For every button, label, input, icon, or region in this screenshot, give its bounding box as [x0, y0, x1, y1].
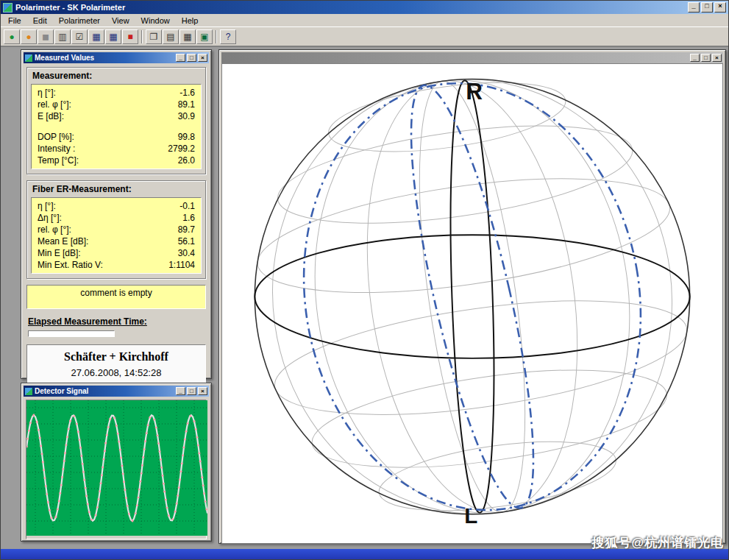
- value-row: Mean E [dB]:56.1: [35, 235, 198, 247]
- chart-icon: ▥: [58, 32, 66, 41]
- close-button[interactable]: ×: [198, 54, 207, 62]
- window-grid-icon: ▦: [183, 32, 191, 41]
- detector-signal-title: Detector Signal: [35, 387, 174, 395]
- maximize-button[interactable]: □: [701, 54, 711, 62]
- help-button[interactable]: ?: [220, 29, 236, 44]
- chart-button[interactable]: ▥: [54, 29, 71, 44]
- poincare-sphere-titlebar[interactable]: _ □ ×: [221, 52, 723, 63]
- value-row: E [dB]:30.9: [35, 110, 198, 122]
- detector-signal-titlebar[interactable]: Detector Signal _ □ ×: [24, 386, 209, 397]
- poincare-sphere: R L: [222, 64, 722, 540]
- minimize-button[interactable]: _: [176, 54, 185, 62]
- acquire-start-button[interactable]: ●: [4, 29, 20, 44]
- value-row: η [°]:-0.1: [35, 200, 198, 212]
- save-data-button[interactable]: ▦: [88, 29, 104, 44]
- menu-item-window[interactable]: Window: [135, 15, 176, 26]
- window-cascade-button[interactable]: ❐: [146, 29, 162, 44]
- save-config-icon: ▦: [109, 32, 117, 41]
- measurement-heading: Measurement:: [32, 71, 202, 81]
- value-row: Min E [dB]:30.4: [35, 247, 198, 259]
- window-icon: [25, 54, 32, 62]
- row-gap: [35, 122, 198, 131]
- window-controls: _ □ ×: [176, 387, 207, 395]
- maximize-button[interactable]: □: [187, 54, 196, 62]
- pole-label-right-circular: R: [466, 78, 483, 104]
- title-bar[interactable]: Polarimeter - SK Polarimeter _ □ ×: [1, 1, 728, 14]
- window-grid-button[interactable]: ▦: [179, 29, 196, 44]
- value-number: -1.6: [179, 87, 195, 99]
- window-cascade-icon: ❐: [150, 32, 158, 41]
- close-button[interactable]: ×: [198, 387, 207, 395]
- save-data-icon: ▦: [92, 32, 100, 41]
- poincare-sphere-body: R L: [221, 63, 723, 544]
- value-label: Mean E [dB]:: [38, 235, 88, 247]
- value-row: η [°]:-1.6: [35, 87, 198, 99]
- maximize-button[interactable]: □: [187, 387, 196, 395]
- fiber-er-values: η [°]:-0.1Δη [°]:1.6rel. φ [°]:89.7Mean …: [31, 197, 202, 274]
- value-number: 26.0: [178, 155, 195, 166]
- value-label: rel. φ [°]:: [38, 99, 71, 110]
- polarization-ellipse: [444, 80, 500, 514]
- toolbar-separator: [141, 30, 143, 43]
- elapsed-progressbar: [28, 330, 115, 337]
- value-number: 1.6: [182, 212, 195, 224]
- screen-icon: ▣: [200, 32, 208, 41]
- fiber-er-heading: Fiber ER-Measurement:: [32, 184, 202, 194]
- value-number: 30.9: [178, 110, 195, 122]
- save-config-button[interactable]: ▦: [105, 29, 121, 44]
- checklist-button[interactable]: ☑: [71, 29, 88, 44]
- menu-item-help[interactable]: Help: [176, 15, 205, 26]
- window-tile-icon: ▤: [166, 32, 174, 41]
- watermark-text: 搜狐号@杭州谱镭光电: [591, 534, 724, 551]
- hold-button[interactable]: ◼: [38, 29, 54, 44]
- menu-item-polarimeter[interactable]: Polarimeter: [53, 15, 106, 26]
- measured-values-titlebar[interactable]: Measured Values _ □ ×: [24, 52, 209, 63]
- value-label: η [°]:: [38, 200, 56, 212]
- acquire-pause-button[interactable]: ●: [21, 29, 37, 44]
- sphere-wireframe: [236, 64, 708, 540]
- application-window: Polarimeter - SK Polarimeter _ □ × FileE…: [0, 0, 729, 560]
- detector-plot-frame: [26, 400, 207, 539]
- maximize-button[interactable]: □: [701, 2, 713, 13]
- menu-item-edit[interactable]: Edit: [27, 15, 53, 26]
- value-row: rel. φ [°]:89.7: [35, 224, 198, 235]
- minimize-button[interactable]: _: [688, 2, 700, 13]
- minimize-button[interactable]: _: [690, 54, 700, 62]
- measured-values-window: Measured Values _ □ × Measurement: η [°]…: [21, 49, 212, 379]
- comment-box: comment is empty: [26, 285, 206, 309]
- poincare-sphere-window: _ □ ×: [218, 49, 726, 544]
- value-label: Min Ext. Ratio V:: [38, 259, 103, 271]
- close-button[interactable]: ×: [714, 2, 726, 13]
- screen-button[interactable]: ▣: [196, 29, 213, 44]
- acquire-start-icon: ●: [9, 32, 14, 41]
- detector-signal-body: [24, 397, 209, 542]
- value-row: Δη [°]:1.6: [35, 212, 198, 224]
- close-button[interactable]: ×: [712, 54, 722, 62]
- measured-values-title: Measured Values: [35, 54, 174, 62]
- menu-item-file[interactable]: File: [2, 15, 27, 26]
- hold-icon: ◼: [42, 32, 49, 41]
- value-label: Min E [dB]:: [38, 247, 81, 259]
- value-label: DOP [%]:: [38, 131, 74, 143]
- menu-item-view[interactable]: View: [106, 15, 135, 26]
- detector-signal-window: Detector Signal _ □ ×: [21, 383, 212, 542]
- minimize-button[interactable]: _: [176, 387, 185, 395]
- value-number: -0.1: [179, 200, 195, 212]
- value-label: η [°]:: [38, 87, 56, 99]
- value-number: 89.7: [178, 224, 195, 235]
- measurement-timestamp: 27.06.2008, 14:52:28: [27, 367, 205, 378]
- checklist-icon: ☑: [76, 32, 84, 41]
- window-controls: _ □ ×: [176, 54, 207, 62]
- value-label: rel. φ [°]:: [38, 224, 71, 235]
- brand-name: Schäfter + Kirchhoff: [27, 350, 205, 364]
- value-row: DOP [%]:99.8: [35, 131, 198, 143]
- app-icon: [3, 3, 13, 13]
- window-icon: [25, 388, 32, 395]
- value-row: Temp [°C]:26.0: [35, 155, 198, 166]
- window-tile-button[interactable]: ▤: [163, 29, 179, 44]
- value-label: Δη [°]:: [38, 212, 62, 224]
- detector-plot: [26, 400, 207, 536]
- toolbar: ●●◼▥☑▦▦■❐▤▦▣?: [1, 27, 728, 46]
- measured-values-body: Measurement: η [°]:-1.6rel. φ [°]:89.1E …: [24, 63, 209, 388]
- record-button[interactable]: ■: [122, 29, 138, 44]
